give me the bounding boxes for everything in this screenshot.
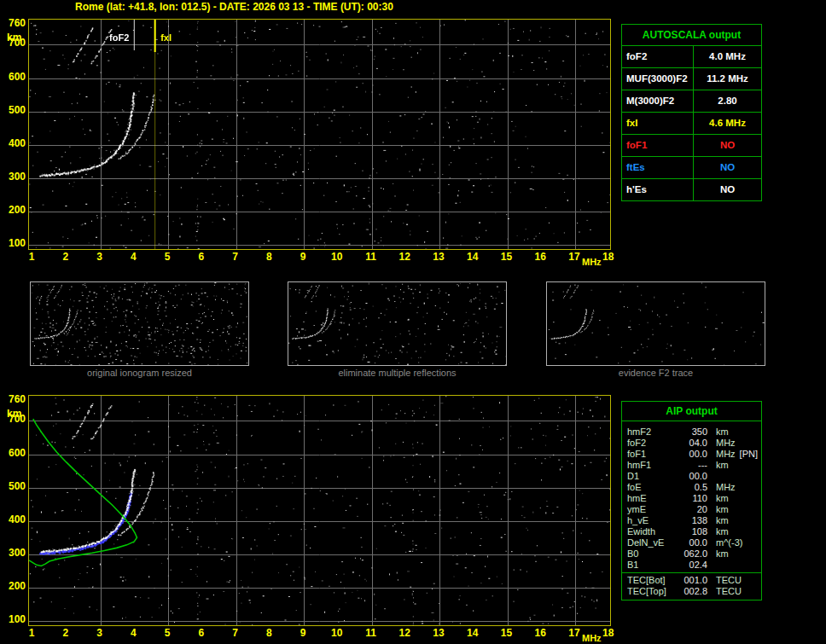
x-tick-label: 12 [392, 627, 417, 639]
aip-row-value: 00.0 [672, 449, 707, 460]
aip-row: ymE20km [622, 504, 761, 515]
x-tick-label: 5 [154, 627, 180, 639]
x-tick-label: 2 [53, 627, 79, 639]
aip-row-note: [PN] [740, 449, 758, 460]
aip-row-unit: MHz [716, 438, 736, 449]
aip-row-label: DelN_vE [627, 537, 672, 548]
mhz-axis-unit-label: MHz [582, 633, 602, 643]
y-tick-label: 300 [9, 171, 26, 183]
aip-row-unit: km [716, 504, 729, 515]
autoscala-row-label: h'Es [622, 179, 694, 200]
x-tick-label: 8 [256, 251, 282, 263]
autoscala-row-label: foF1 [622, 135, 694, 156]
y-tick-label: 200 [9, 205, 26, 216]
autoscala-row: foF1NO [622, 135, 761, 157]
aip-row: B102.4 [622, 560, 761, 571]
aip-row-value: 0.5 [672, 482, 707, 493]
aip-row-value: 108 [672, 526, 707, 537]
autoscala-row: M(3000)F22.80 [622, 90, 761, 113]
autoscala-row-value: 4.6 MHz [694, 113, 761, 134]
aip-row-unit: MHz [716, 482, 736, 493]
x-tick-label: 11 [358, 627, 384, 639]
thumbnail-filtered-canvas [288, 282, 506, 365]
autoscala-row-value: NO [694, 157, 761, 178]
aip-row: hmF1---km [622, 460, 761, 471]
thumbnail-f2-canvas [547, 282, 765, 365]
x-tick-label: 1 [19, 627, 44, 639]
x-tick-label: 15 [494, 251, 520, 263]
x-tick-label: 6 [189, 251, 214, 263]
aip-row: foE0.5MHz [622, 482, 761, 493]
aip-row-label: hmF2 [627, 426, 672, 438]
aip-row: h_vE138km [622, 515, 761, 526]
x-tick-label: 3 [87, 251, 113, 263]
x-tick-label: 13 [426, 251, 451, 263]
aip-row-label: foF2 [627, 438, 672, 449]
foF2-marker-label: foF2 [109, 32, 129, 43]
y-tick-label: 500 [9, 105, 26, 116]
aip-row-label: B1 [627, 560, 672, 571]
autoscala-table-rows: foF24.0 MHzMUF(3000)F211.2 MHzM(3000)F22… [622, 46, 761, 200]
autoscala-row-label: M(3000)F2 [622, 90, 694, 112]
x-tick-label: 9 [290, 251, 316, 263]
x-tick-label: 14 [460, 251, 486, 263]
aip-row-value: 062.0 [672, 548, 707, 560]
thumbnail-original-canvas [31, 282, 248, 365]
aip-row-unit: km [716, 526, 729, 537]
x-tick-label: 11 [358, 251, 384, 263]
aip-row: TEC[Top]002.8TECU [622, 586, 761, 597]
main-ionogram-x-axis: 123456789101112131415161718 [19, 251, 621, 263]
x-tick-label: 7 [223, 627, 248, 639]
aip-row-value: 110 [672, 493, 707, 504]
autoscala-row-label: ftEs [622, 157, 694, 178]
tec-separator [622, 572, 761, 573]
thumbnail-original-ionogram [30, 281, 249, 366]
autoscala-table-title: AUTOSCALA output [622, 25, 761, 46]
x-tick-label: 5 [154, 251, 180, 263]
restored-ionogram-x-axis: 123456789101112131415161718 [19, 627, 621, 639]
aip-row: B0062.0km [622, 548, 761, 560]
x-tick-label: 7 [223, 251, 248, 263]
x-tick-label: 9 [290, 627, 316, 639]
aip-row-unit: TECU [716, 586, 742, 597]
aip-row-label: TEC[Bot] [627, 575, 672, 586]
mhz-axis-unit-label: MHz [582, 257, 602, 267]
y-tick-label: 100 [9, 238, 26, 249]
aip-row-unit: TECU [716, 575, 742, 586]
aip-row-label: h_vE [627, 515, 672, 526]
autoscala-output-table: AUTOSCALA output foF24.0 MHzMUF(3000)F21… [621, 24, 762, 201]
aip-row-value: 350 [672, 426, 707, 438]
x-tick-label: 13 [426, 627, 451, 639]
x-tick-label: 8 [256, 627, 282, 639]
main-ionogram-canvas [29, 20, 610, 249]
aip-row-label: B0 [627, 548, 672, 560]
autoscala-row-label: fxI [622, 113, 694, 134]
x-tick-label: 12 [392, 251, 417, 263]
aip-row-label: hmE [627, 493, 672, 504]
x-tick-label: 6 [189, 627, 214, 639]
autoscala-row: foF24.0 MHz [622, 46, 761, 68]
y-tick-label: 760 [9, 18, 26, 29]
main-ionogram-y-axis: 760700600500400300200100 [2, 19, 26, 250]
aip-row-label: foE [627, 482, 672, 493]
restored-ionogram-y-axis: 760700600500400300200100 [2, 395, 26, 626]
autoscala-row-value: NO [694, 179, 761, 200]
aip-row-label: D1 [627, 471, 672, 482]
autoscala-row: fxI4.6 MHz [622, 113, 761, 135]
aip-row: TEC[Bot]001.0TECU [622, 575, 761, 586]
thumbnail-filtered-caption: eliminate multiple reflections [288, 368, 507, 378]
x-tick-label: 16 [527, 627, 553, 639]
y-tick-label: 400 [9, 514, 26, 525]
aip-row-value: 138 [672, 515, 707, 526]
aip-row-value: 00.0 [672, 471, 707, 482]
x-tick-label: 10 [324, 627, 350, 639]
aip-row-unit: km [716, 460, 729, 471]
y-tick-label: 200 [9, 581, 26, 592]
autoscala-screen: Rome (lat: +41.8, lon: 012.5) - DATE: 20… [0, 0, 826, 644]
autoscala-row: MUF(3000)F211.2 MHz [622, 68, 761, 90]
y-tick-label: 600 [9, 448, 26, 459]
aip-row-unit: km [716, 426, 729, 438]
aip-row: hmF2350km [622, 426, 761, 438]
aip-row: hmE110km [622, 493, 761, 504]
y-tick-label: 600 [9, 72, 26, 83]
